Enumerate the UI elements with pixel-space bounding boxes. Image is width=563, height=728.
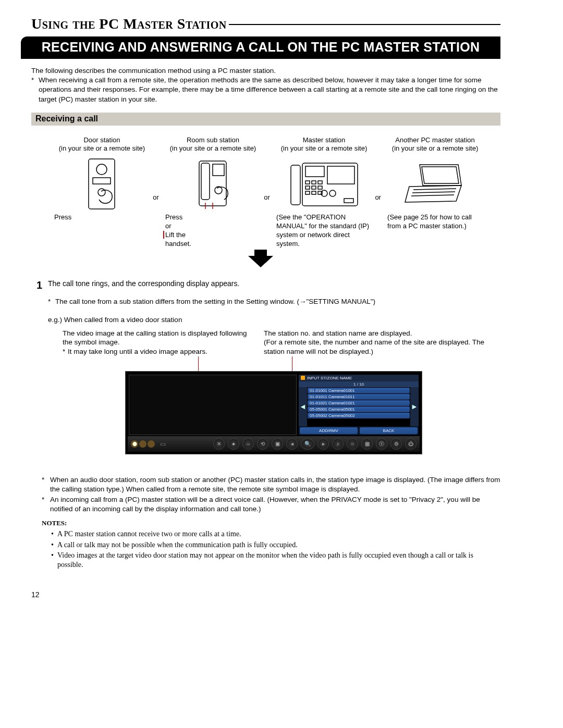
title-rule <box>229 24 500 25</box>
door-station-illustration <box>52 158 152 210</box>
note-item: A call or talk may not be possible when … <box>57 540 298 550</box>
stations-row: Door station (in your site or a remote s… <box>52 136 485 250</box>
svg-point-15 <box>329 190 336 196</box>
tab-icon[interactable]: ⬤ <box>131 440 138 448</box>
notes-list: •A PC master station cannot receive two … <box>51 529 485 570</box>
step-number: 1 <box>36 279 48 291</box>
master-action: (See the "OPERATION MANUAL" for the stan… <box>274 213 374 250</box>
back-button[interactable]: BACK <box>360 427 418 434</box>
room-station-illustration <box>163 158 263 210</box>
room-action-handset: handset. <box>165 240 261 249</box>
station-door: Door station (in your site or a remote s… <box>52 136 152 250</box>
list-item[interactable]: 05-05002 Camera05002 <box>308 413 410 418</box>
round-button[interactable]: 🔍 <box>301 438 314 450</box>
add-rmv-button[interactable]: ADD/RMV <box>300 427 358 434</box>
station-pc-sub: (in your site or a remote site) <box>385 144 485 153</box>
svg-point-3 <box>98 189 105 196</box>
svg-rect-5 <box>201 163 210 200</box>
tab-icon[interactable] <box>148 440 155 448</box>
example-line: e.g.) When called from a video door stat… <box>48 316 500 324</box>
intro-line-1: The following describes the communicatio… <box>31 66 500 76</box>
asterisk: * <box>48 298 55 305</box>
pc-action: (See page 25 for how to call from a PC m… <box>385 213 485 250</box>
or-separator-2: or <box>264 193 270 202</box>
svg-rect-16 <box>305 181 310 184</box>
page-indicator: 1 / 10 <box>299 381 419 387</box>
or-separator-3: or <box>375 193 381 202</box>
station-list: 01-01001 Camera01001 01-01011 Camera0101… <box>307 387 410 426</box>
station-room-name: Room sub station <box>163 136 263 144</box>
station-master-sub: (in your site or a remote site) <box>274 144 374 153</box>
station-pc: Another PC master station (in your site … <box>385 136 485 250</box>
station-master: Master station (in your site or a remote… <box>274 136 374 250</box>
round-button[interactable]: ● <box>228 438 239 450</box>
step-1: 1 The call tone rings, and the correspon… <box>36 279 500 291</box>
svg-rect-11 <box>302 163 358 206</box>
station-room: Room sub station (in your site or a remo… <box>163 136 263 250</box>
master-station-illustration <box>274 158 374 210</box>
callout-leader-lines <box>63 356 500 371</box>
pc-software-screenshot: INPUT ST/ZONE NAME 1 / 10 ◄ 01-01001 Cam… <box>125 371 422 454</box>
station-pc-name: Another PC master station <box>385 136 485 144</box>
svg-line-26 <box>413 189 456 190</box>
list-next-button[interactable]: ► <box>410 387 419 426</box>
svg-rect-6 <box>213 164 224 176</box>
page-title: Using the PC Master Station <box>31 16 227 32</box>
tab-icon[interactable] <box>139 440 146 448</box>
post-note-1: When an audio door station, room sub sta… <box>50 475 500 494</box>
list-header: INPUT ST/ZONE NAME <box>299 375 419 381</box>
note-item: Video images at the target video door st… <box>57 551 485 570</box>
round-button[interactable]: ◂ <box>286 438 298 450</box>
asterisk: * <box>31 76 39 104</box>
section-bar: RECEIVING AND ANSWERING A CALL ON THE PC… <box>21 36 500 59</box>
svg-rect-17 <box>312 181 316 184</box>
list-item[interactable]: 05-05001 Camera05001 <box>308 406 410 412</box>
round-button[interactable]: ⟲ <box>257 438 268 450</box>
svg-rect-12 <box>327 166 354 184</box>
round-button[interactable]: ▸ <box>317 438 329 450</box>
station-list-panel: INPUT ST/ZONE NAME 1 / 10 ◄ 01-01001 Cam… <box>299 375 419 435</box>
svg-rect-13 <box>305 166 324 177</box>
or-separator-1: or <box>153 193 159 202</box>
round-button[interactable]: ○ <box>347 438 358 450</box>
intro-line-2: When receiving a call from a remote site… <box>39 76 500 104</box>
round-button[interactable]: ♪ <box>332 438 344 450</box>
list-item[interactable]: 01-01021 Camera01021 <box>308 400 410 406</box>
door-action: Press <box>54 213 71 221</box>
round-button[interactable]: ⚙ <box>390 438 402 450</box>
note-item: A PC master station cannot receive two o… <box>57 529 241 539</box>
callout-left-2: It may take long until a video image app… <box>68 347 207 356</box>
notes-heading: NOTES: <box>42 519 500 527</box>
video-area <box>129 375 297 435</box>
laptop-illustration <box>385 158 485 210</box>
svg-rect-2 <box>93 178 111 184</box>
svg-rect-25 <box>344 199 353 203</box>
svg-line-28 <box>411 195 454 196</box>
round-button[interactable]: ✕ <box>213 438 225 450</box>
round-button[interactable]: ⏻ <box>405 438 417 450</box>
round-button[interactable]: Ⓨ <box>376 438 387 450</box>
step-subnote: The call tone from a sub station differs… <box>55 298 375 305</box>
station-master-name: Master station <box>274 136 374 144</box>
room-action-or: or <box>165 222 261 231</box>
down-arrow-icon <box>21 250 500 269</box>
list-item[interactable]: 01-01001 Camera01001 <box>308 388 410 393</box>
svg-point-1 <box>96 164 107 175</box>
callout-left-1: The video image at the calling station i… <box>63 329 250 347</box>
station-door-name: Door station <box>52 136 152 144</box>
room-action-lift: Lift the <box>165 231 186 239</box>
page-number: 12 <box>31 590 500 599</box>
svg-rect-10 <box>291 165 300 205</box>
room-action-press: Press <box>165 213 261 222</box>
svg-rect-21 <box>318 186 322 189</box>
callout-right-2: (For a remote site, the number and name … <box>264 338 500 356</box>
list-prev-button[interactable]: ◄ <box>299 387 307 426</box>
round-button[interactable]: ▣ <box>272 438 283 450</box>
round-button[interactable]: ▦ <box>361 438 373 450</box>
book-icon[interactable]: ▭ <box>160 440 166 448</box>
round-button[interactable]: – <box>242 438 254 450</box>
svg-line-27 <box>412 192 455 193</box>
post-note-2: An incoming call from a (PC) master stat… <box>50 495 500 514</box>
subheading-bar: Receiving a call <box>31 113 500 126</box>
list-item[interactable]: 01-01011 Camera01011 <box>308 394 410 400</box>
